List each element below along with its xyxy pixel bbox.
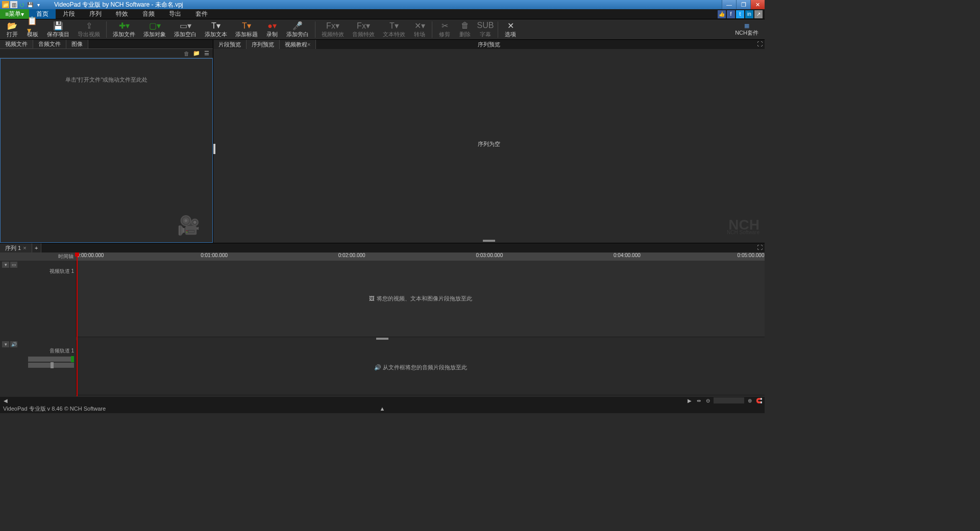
add-title-button[interactable]: T▾添加标题 [231,20,262,39]
facebook-icon[interactable]: f [727,10,735,18]
zoom-out-icon[interactable]: ⊖ [704,397,712,403]
add-text-button[interactable]: T▾添加文本 [201,20,231,39]
like-icon[interactable]: 👍 [718,10,726,18]
timeline-tabs: 序列 1× + ⛶ [0,243,765,252]
add-blank-icon: ▭▾ [180,20,191,31]
linkedin-icon[interactable]: in [745,10,753,18]
text-icon: T▾ [210,20,222,31]
track-fx-icon[interactable]: ▭ [10,262,17,268]
template-button[interactable]: 📋▾模板 [22,20,43,39]
add-blank-button[interactable]: ▭▾添加空白 [170,20,201,39]
export-video-button[interactable]: ⇪导出视频 [74,20,104,39]
transition-button[interactable]: ✕▾转场 [409,20,430,39]
audio-track-label: 音频轨道 1 [50,347,74,355]
qat-icon-1[interactable]: 📁 [2,1,9,8]
menu-button-label: 菜单 [9,10,21,18]
track-collapse-icon[interactable]: ▾ [2,262,9,268]
video-fx-button[interactable]: Fx▾视频特效 [317,20,348,39]
audio-mute-icon[interactable]: 🔊 [10,341,17,347]
audio-volume-slider[interactable] [28,357,74,362]
status-bar: VideoPad 专业版 v 8.46 © NCH Software ▲ [0,404,765,413]
template-icon: 📋▾ [27,20,38,31]
maximize-button[interactable]: ❐ [736,0,750,9]
video-track: ▾▭ 视频轨道 1 🖼 将您的视频、文本和图像片段拖放至此 [0,261,765,337]
tab-audio[interactable]: 音频 [135,9,162,19]
timeline-popout-icon[interactable]: ⛶ [757,244,763,250]
bin-tab-audio[interactable]: 音频文件 [33,40,66,48]
preview-tab-sequence[interactable]: 序列预览 [247,40,280,49]
audio-track-header[interactable]: ▾🔊 音频轨道 1 [0,340,77,395]
video-track-header[interactable]: ▾▭ 视频轨道 1 [0,261,77,337]
bin-list-view-icon[interactable]: ☰ [203,50,211,57]
qat-icon-4[interactable]: 💾 [27,1,34,8]
snap-icon[interactable]: 🧲 [755,397,763,403]
add-file-button[interactable]: ✚▾添加文件 [109,20,139,39]
preview-splitter[interactable] [213,239,765,243]
twitter-icon[interactable]: t [736,10,744,18]
preview-viewport: 序列为空 NCH NCH Software [213,49,765,239]
scroll-right-icon[interactable]: ▶ [686,397,693,403]
tab-sequence[interactable]: 序列 [82,9,109,19]
zoom-in-icon[interactable]: ⊕ [746,397,753,403]
title-icon: T▾ [241,20,252,31]
ruler-ticks[interactable]: 0:00:00.000 0:01:00.000 0:02:00.000 0:03… [77,252,765,261]
track-splitter[interactable] [376,338,388,340]
tab-suite[interactable]: 套件 [188,9,215,19]
bin-tab-image[interactable]: 图像 [66,40,88,48]
audio-collapse-icon[interactable]: ▾ [2,341,9,347]
social-icons: 👍 f t in ↗ [718,9,765,19]
scroll-left-icon[interactable]: ◀ [2,397,9,403]
text-fx-icon: T▾ [388,20,400,31]
tab-export[interactable]: 导出 [162,9,188,19]
zoom-fit-icon[interactable]: ⇹ [695,397,702,403]
bin-delete-icon[interactable]: 🗑 [182,50,190,57]
add-sequence-button[interactable]: + [32,243,41,252]
qat-dropdown-icon[interactable]: ▾ [35,1,42,8]
subtitle-button[interactable]: SUB字幕 [475,20,496,39]
tab-close-icon[interactable]: × [307,41,310,47]
seq-close-icon[interactable]: × [23,245,26,251]
share-icon[interactable]: ↗ [754,10,763,18]
save-icon: 💾 [53,20,64,31]
qat-icon-3[interactable]: ⭯ [18,1,26,8]
sequence-tab[interactable]: 序列 1× [0,243,32,252]
audio-pan-slider[interactable] [28,363,74,368]
popout-icon[interactable]: ⛶ [757,41,763,47]
qat-icon-2[interactable]: ▥ [10,1,17,8]
video-track-body[interactable]: 🖼 将您的视频、文本和图像片段拖放至此 [77,261,765,337]
nch-suite-button[interactable]: ▦NCH套件 [731,22,763,37]
bin-folder-icon[interactable]: 📁 [192,50,201,57]
save-project-button[interactable]: 💾保存项目 [43,20,74,39]
close-button[interactable]: ✕ [750,0,765,9]
tab-clip[interactable]: 片段 [56,9,82,19]
tab-effects[interactable]: 特效 [109,9,135,19]
timeline-ruler[interactable]: 时间轴 0:00:00.000 0:01:00.000 0:02:00.000 … [0,252,765,261]
quick-access-toolbar: 📁 ▥ ⭯ 💾 ▾ [2,1,42,8]
bin-tab-video[interactable]: 视频文件 [0,40,33,48]
video-fx-icon: Fx▾ [327,20,338,31]
menu-button[interactable]: ≡ 菜单 ▾ [0,9,29,19]
add-object-button[interactable]: ▢▾添加对象 [139,20,170,39]
options-icon: ✕ [505,20,516,31]
add-narration-button[interactable]: 🎤添加旁白 [282,20,313,39]
open-button[interactable]: 📂打开 [2,20,22,39]
options-button[interactable]: ✕选项 [500,20,521,39]
preview-tab-tutorial[interactable]: 视频教程 × [280,40,316,49]
text-fx-button[interactable]: T▾文本特效 [379,20,409,39]
preview-empty-text: 序列为空 [478,140,500,148]
bin-drop-area[interactable]: 单击"打开文件"或拖动文件至此处 🎥 [0,58,213,243]
preview-tab-clip[interactable]: 片段预览 [213,40,247,49]
time-marker-5: 0:05:00.000 [738,252,765,258]
playhead[interactable] [77,252,78,396]
media-bin-panel: 视频文件 音频文件 图像 🗑 📁 ☰ 单击"打开文件"或拖动文件至此处 🎥 [0,40,213,243]
zoom-slider[interactable] [714,397,744,403]
minimize-button[interactable]: — [722,0,736,9]
trim-button[interactable]: ✂修剪 [434,20,455,39]
status-expand-icon[interactable]: ▲ [380,406,385,412]
video-track-label: 视频轨道 1 [50,268,74,275]
record-button[interactable]: ●▾录制 [262,20,282,39]
camera-icon: 🎥 [177,215,200,236]
delete-button[interactable]: 🗑删除 [455,20,475,39]
audio-track-body[interactable]: 🔊 从文件框将您的音频片段拖放至此 [77,340,765,395]
audio-fx-button[interactable]: Fx▾音频特效 [348,20,379,39]
